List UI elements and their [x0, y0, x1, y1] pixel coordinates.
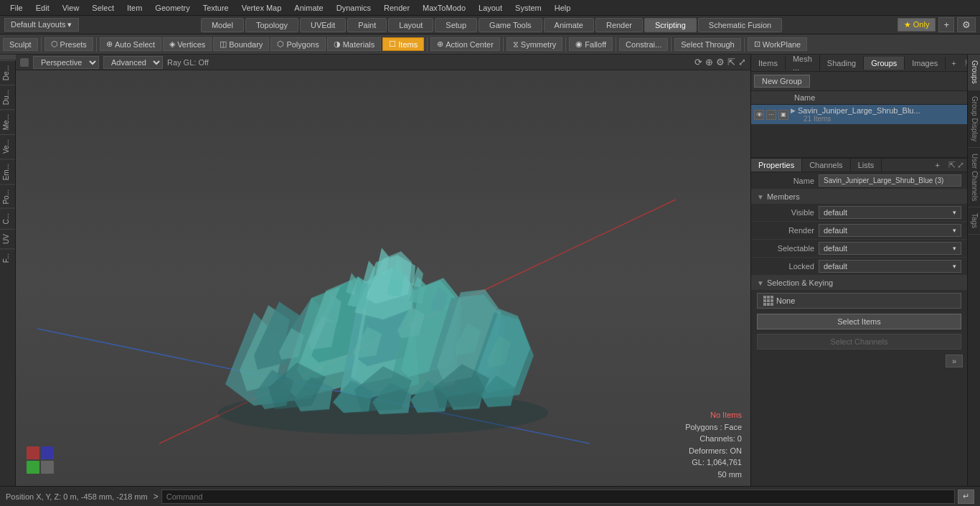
presets-btn[interactable]: ⬡ Presets: [44, 37, 93, 51]
viewport-mode-select[interactable]: Perspective: [33, 56, 99, 69]
layout-dropdown[interactable]: Default Layouts ▾: [4, 18, 79, 32]
vtab-groups[interactable]: Groups: [968, 55, 980, 90]
viewport-icon4[interactable]: ⇱: [727, 57, 735, 67]
none-button[interactable]: None: [757, 293, 961, 309]
panel-tab-mesh[interactable]: Mesh ...: [786, 55, 820, 74]
materials-btn[interactable]: ◑ Materials: [327, 37, 382, 51]
new-group-button[interactable]: New Group: [754, 75, 810, 88]
prop-tab-lists[interactable]: Lists: [851, 159, 882, 172]
viewport-icon1[interactable]: ⟳: [694, 57, 702, 67]
vtab-user-channels[interactable]: User Channels: [968, 148, 980, 207]
vtab-group-display[interactable]: Group Display: [968, 90, 980, 148]
viewport-maximize[interactable]: ⤢: [738, 57, 746, 67]
prop-expand-btn1[interactable]: ⇱: [948, 160, 956, 170]
menu-item[interactable]: Item: [121, 2, 148, 14]
autoselect-btn[interactable]: ⊕ Auto Select: [100, 37, 161, 51]
selectthrough-btn[interactable]: Select Through: [674, 38, 740, 51]
viewport-view-select[interactable]: Advanced: [103, 56, 163, 69]
visible-dropdown[interactable]: default ▾: [819, 206, 961, 219]
properties-section: Properties Channels Lists + ⇱ ⤢ Name: [751, 158, 967, 486]
viewport-canvas[interactable]: No Items Polygons : Face Channels: 0 Def…: [16, 70, 750, 486]
menu-view[interactable]: View: [57, 2, 85, 14]
panel-tab-groups[interactable]: Groups: [864, 57, 905, 70]
menu-dynamics[interactable]: Dynamics: [331, 2, 377, 14]
tab-model[interactable]: Model: [201, 18, 244, 32]
item-render-toggle[interactable]: ⋯: [766, 110, 776, 120]
menu-edit[interactable]: Edit: [30, 2, 55, 14]
action-center-btn[interactable]: ⊕ Action Center: [430, 37, 500, 51]
viewport[interactable]: Perspective Advanced Ray GL: Off ⟳ ⊕ ⚙ ⇱…: [16, 55, 750, 486]
tab-setup[interactable]: Setup: [435, 18, 477, 32]
sidebar-item-em[interactable]: Em...: [0, 159, 15, 184]
items-btn[interactable]: ☐ Items: [382, 37, 424, 51]
viewport-icon3[interactable]: ⚙: [716, 57, 725, 67]
viewport-icon2[interactable]: ⊕: [705, 57, 713, 67]
sidebar-item-du[interactable]: Du...: [0, 85, 15, 109]
sidebar-item-uv[interactable]: UV: [0, 229, 15, 248]
menu-help[interactable]: Help: [549, 2, 577, 14]
symmetry-btn[interactable]: ⧖ Symmetry: [507, 37, 563, 51]
add-layout-btn[interactable]: +: [938, 17, 954, 32]
prop-expand-btn2[interactable]: ⤢: [957, 160, 964, 170]
sidebar-item-me[interactable]: Me...: [0, 109, 15, 134]
prop-tab-properties[interactable]: Properties: [751, 159, 802, 172]
star-badge[interactable]: ★ Only: [897, 18, 936, 32]
select-items-button[interactable]: Select Items: [757, 314, 961, 329]
item-expand-arrow[interactable]: ▶: [791, 107, 796, 114]
sidebar-item-po[interactable]: Po...: [0, 184, 15, 209]
menu-render[interactable]: Render: [378, 2, 415, 14]
panel-tab-shading[interactable]: Shading: [820, 57, 864, 70]
tab-layout[interactable]: Layout: [388, 18, 433, 32]
tab-topology[interactable]: Topology: [245, 18, 298, 32]
menu-animate[interactable]: Animate: [288, 2, 329, 14]
viewport-menu-btn[interactable]: [20, 58, 29, 67]
tab-uvedit[interactable]: UVEdit: [300, 18, 346, 32]
item-visibility-toggle[interactable]: 👁: [754, 110, 764, 120]
sidebar-item-f[interactable]: F...: [0, 248, 15, 267]
name-input[interactable]: [819, 174, 961, 187]
menu-maxtomodo[interactable]: MaxToModo: [417, 2, 471, 14]
panel-tab-images[interactable]: Images: [905, 57, 946, 70]
selectable-dropdown[interactable]: default ▾: [819, 242, 961, 255]
workplane-btn[interactable]: ⊡ WorkPlane: [748, 37, 808, 51]
menu-select[interactable]: Select: [86, 2, 120, 14]
command-input[interactable]: [161, 489, 955, 504]
boundary-btn[interactable]: ◫ Boundary: [213, 37, 269, 51]
tab-schematic[interactable]: Schematic Fusion: [698, 18, 782, 32]
tab-scripting[interactable]: Scripting: [644, 18, 697, 32]
header-spacer3: [781, 93, 791, 103]
menu-file[interactable]: File: [4, 2, 29, 14]
select-channels-button[interactable]: Select Channels: [757, 334, 961, 350]
tab-gametools[interactable]: Game Tools: [479, 18, 542, 32]
tab-paint[interactable]: Paint: [347, 18, 387, 32]
menu-texture[interactable]: Texture: [197, 2, 235, 14]
more-button[interactable]: »: [946, 355, 963, 367]
sculpt-btn[interactable]: Sculpt: [3, 38, 38, 51]
menu-system[interactable]: System: [509, 2, 547, 14]
item-row-shrub[interactable]: 👁 ⋯ ▣ ▶ Savin_Juniper_Large_Shrub_Blu...…: [751, 105, 967, 124]
prop-tab-channels[interactable]: Channels: [802, 159, 850, 172]
sidebar-item-c[interactable]: C...: [0, 208, 15, 229]
menu-layout[interactable]: Layout: [473, 2, 508, 14]
menu-geometry[interactable]: Geometry: [149, 2, 195, 14]
selection-keying-header[interactable]: ▼ Selection & Keying: [751, 276, 967, 290]
constraints-btn[interactable]: Constrai...: [619, 38, 668, 51]
polygons-btn[interactable]: ⬡ Polygons: [270, 37, 325, 51]
settings-btn[interactable]: ⚙: [957, 17, 976, 32]
item-lock-toggle[interactable]: ▣: [778, 110, 788, 120]
vertices-btn[interactable]: ◈ Vertices: [163, 37, 212, 51]
menu-vertexmap[interactable]: Vertex Map: [236, 2, 288, 14]
command-send-button[interactable]: ↵: [958, 489, 974, 504]
sidebar-item-de[interactable]: De...: [0, 60, 15, 85]
tab-animate[interactable]: Animate: [544, 18, 594, 32]
prop-tab-add[interactable]: +: [930, 159, 946, 172]
falloff-btn[interactable]: ◉ Falloff: [569, 37, 613, 51]
sidebar-item-ve[interactable]: Ve...: [0, 134, 15, 158]
locked-dropdown[interactable]: default ▾: [819, 260, 961, 273]
vtab-tags[interactable]: Tags: [968, 207, 980, 235]
panel-tab-items[interactable]: Items: [751, 57, 786, 70]
tab-render[interactable]: Render: [595, 18, 643, 32]
members-header[interactable]: ▼ Members: [751, 189, 967, 204]
render-dropdown[interactable]: default ▾: [819, 224, 961, 237]
panel-tab-add[interactable]: +: [946, 57, 961, 70]
